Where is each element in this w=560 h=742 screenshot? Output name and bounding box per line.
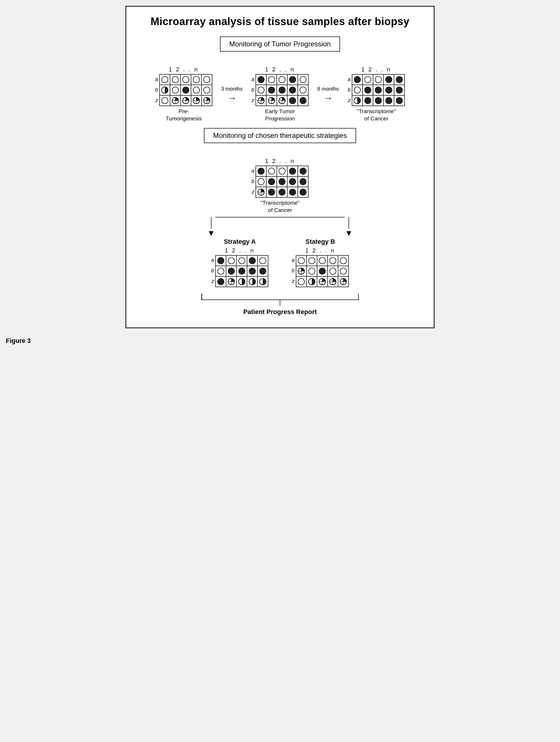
- section2: Monitoring of chosen therapeutic strateg…: [138, 128, 422, 316]
- grid-cell: [267, 177, 277, 187]
- grid-cell: [288, 177, 298, 187]
- grid2-row-z: z: [251, 95, 254, 106]
- grid2-row-a: a: [251, 74, 254, 85]
- grid1: [159, 74, 212, 106]
- svg-point-76: [289, 178, 296, 185]
- grid-cell: [267, 75, 277, 85]
- grid-cell: [277, 177, 288, 187]
- svg-point-65: [375, 97, 381, 104]
- grid-cell: [352, 75, 363, 85]
- grid3-col-header: 1 2 . . n: [361, 66, 392, 73]
- strategy-b-item: Stategy B 1 2 . . n a b z: [292, 238, 349, 287]
- svg-point-75: [279, 178, 285, 185]
- grid-cell: [191, 85, 202, 96]
- grid-cell: [298, 85, 309, 96]
- svg-point-54: [375, 76, 381, 83]
- svg-point-36: [289, 87, 296, 93]
- grid-cell: [256, 177, 267, 187]
- strategy-a-row-z: z: [211, 276, 214, 286]
- grid-cell: [247, 266, 258, 277]
- svg-point-30: [279, 76, 285, 83]
- grid1-row-b: b: [155, 85, 158, 95]
- strategy-b-row-b: b: [292, 266, 295, 276]
- svg-point-11: [162, 97, 168, 104]
- grid-cell: [256, 75, 267, 85]
- report-section: Patient Progress Report: [138, 292, 422, 316]
- svg-point-1: [172, 76, 179, 83]
- svg-point-9: [193, 87, 200, 93]
- center-grid-label: "Transcriptome"of Cancer: [260, 200, 300, 214]
- grid3-row-a: a: [348, 74, 351, 85]
- svg-point-10: [204, 87, 210, 93]
- svg-point-90: [260, 257, 266, 264]
- svg-point-109: [319, 257, 325, 264]
- svg-point-95: [260, 268, 266, 274]
- center-grid-section: 1 2 . . n a b z "Transcriptome"of Cancer: [138, 158, 422, 214]
- section1-header: Monitoring of Tumor Progression: [138, 37, 422, 60]
- svg-point-32: [300, 76, 306, 83]
- grid-cell: [317, 256, 328, 266]
- grid-cell: [191, 75, 202, 85]
- svg-point-66: [386, 97, 392, 104]
- grid-cell: [216, 266, 226, 277]
- svg-point-34: [268, 87, 275, 93]
- svg-point-35: [279, 87, 285, 93]
- svg-point-67: [396, 97, 403, 104]
- center-grid-col-header: 1 2 . . n: [265, 158, 295, 164]
- grid-cell: [256, 166, 267, 177]
- grid-cell: [296, 266, 307, 277]
- grid-cell: [307, 277, 317, 287]
- grid2-row-labels: a b z: [251, 74, 254, 106]
- svg-point-50: [289, 97, 296, 104]
- grid-cell: [216, 277, 226, 287]
- grid-cell: [267, 166, 277, 177]
- grid-cell: [160, 96, 170, 106]
- grid3-with-labels: a b z: [348, 74, 405, 106]
- grid-cell: [181, 85, 191, 96]
- svg-point-94: [249, 268, 255, 274]
- svg-point-71: [289, 168, 296, 174]
- svg-point-61: [396, 87, 403, 93]
- grid1-container: 1 2 . . n a b z Pre-Tumorigenesis: [155, 66, 212, 122]
- grid-cell: [277, 187, 288, 198]
- grid-cell: [277, 96, 288, 106]
- svg-point-119: [340, 268, 347, 274]
- svg-point-58: [365, 87, 371, 93]
- grid-cell: [296, 256, 307, 266]
- grid-cell: [256, 187, 267, 198]
- svg-point-84: [289, 189, 296, 195]
- grid-cell: [373, 96, 384, 106]
- grid-cell: [247, 277, 258, 287]
- grid2-label: Early TumorProgression: [265, 108, 295, 122]
- svg-point-74: [268, 178, 275, 185]
- grid-cell: [191, 96, 202, 106]
- center-grid-row-a: a: [251, 166, 254, 176]
- grid-cell: [202, 96, 212, 106]
- grid-cell: [338, 256, 349, 266]
- svg-point-92: [228, 268, 235, 274]
- grid-cell: [296, 277, 307, 287]
- grid-cell: [181, 75, 191, 85]
- strategy-b-row-z: z: [292, 276, 295, 286]
- grid-cell: [298, 166, 309, 177]
- section2-header: Monitoring of chosen therapeutic strateg…: [138, 128, 422, 152]
- arrow2: 8 months →: [317, 86, 339, 103]
- grid-cell: [288, 96, 298, 106]
- svg-point-111: [340, 257, 347, 264]
- svg-point-56: [396, 76, 403, 83]
- strategy-a-item: Strategy A 1 2 . . n a b z: [211, 238, 268, 287]
- arrow2-symbol: →: [323, 93, 333, 103]
- grid2-with-labels: a b z: [251, 74, 309, 106]
- grid-cell: [181, 96, 191, 106]
- svg-point-0: [162, 76, 168, 83]
- grid1-row-a: a: [155, 74, 158, 85]
- grid-cell: [160, 85, 170, 96]
- grid-cell: [267, 187, 277, 198]
- svg-point-93: [239, 268, 245, 274]
- grid-cell: [352, 85, 363, 96]
- grid-cell: [277, 166, 288, 177]
- svg-point-68: [258, 168, 264, 174]
- grid-cell: [277, 75, 288, 85]
- svg-point-60: [386, 87, 392, 93]
- grid-cell: [258, 266, 268, 277]
